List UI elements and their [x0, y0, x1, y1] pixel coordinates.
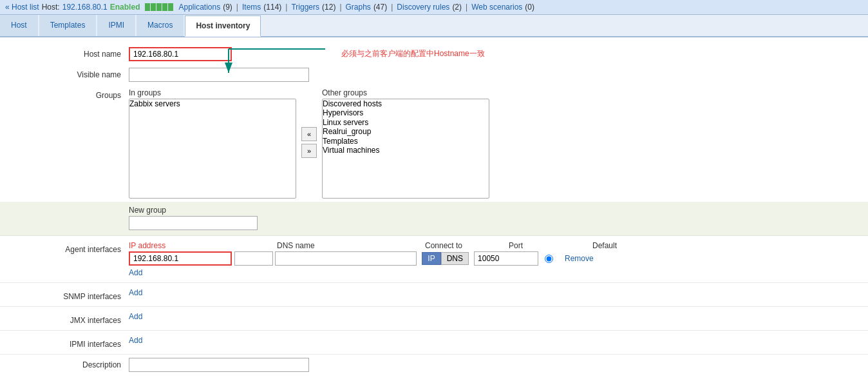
- default-column-header: Default: [592, 241, 644, 250]
- agent-interface-data-row: IP DNS Remove: [129, 251, 868, 266]
- description-field: [129, 358, 868, 372]
- in-groups-section: In groups Zabbix servers: [129, 88, 296, 199]
- group-arrow-buttons: « »: [301, 88, 317, 158]
- jmx-add-link[interactable]: Add: [129, 312, 142, 321]
- visible-name-row: Visible name: [0, 64, 868, 85]
- web-count: (0): [525, 3, 534, 12]
- ipmi-interfaces-label: IPMI interfaces: [0, 336, 129, 349]
- main-content: Host name 必须与之前客户端的配置中Hostname一致 Visible…: [0, 37, 868, 381]
- host-list-link[interactable]: « Host list: [5, 3, 39, 12]
- items-link[interactable]: Items: [242, 3, 261, 12]
- other-group-item[interactable]: Realrui_group: [323, 127, 489, 136]
- triggers-link[interactable]: Triggers: [291, 3, 319, 12]
- other-group-item[interactable]: Templates: [323, 137, 489, 146]
- jmx-interfaces-label: JMX interfaces: [0, 312, 129, 325]
- description-input[interactable]: [129, 358, 309, 372]
- agent-interfaces-label: Agent interfaces: [0, 241, 129, 254]
- connect-buttons: IP DNS: [422, 252, 469, 265]
- discovery-count: (2): [452, 3, 462, 12]
- other-groups-label: Other groups: [322, 88, 489, 97]
- in-group-item[interactable]: Zabbix servers: [129, 99, 296, 108]
- tab-macros[interactable]: Macros: [137, 15, 184, 36]
- connect-to-column-header: Connect to: [425, 241, 509, 250]
- other-group-item[interactable]: Hypervisors: [323, 108, 489, 117]
- host-name-field: 必须与之前客户端的配置中Hostname一致: [129, 47, 868, 61]
- new-group-input[interactable]: [129, 216, 258, 230]
- snmp-interfaces-section: SNMP interfaces Add: [0, 282, 868, 306]
- tab-templates[interactable]: Templates: [39, 15, 97, 36]
- tab-ipmi[interactable]: IPMI: [97, 15, 135, 36]
- interfaces-header: IP address DNS name Connect to Port Defa…: [129, 241, 868, 250]
- agent-interfaces-section: Agent interfaces IP address DNS name Con…: [0, 235, 868, 282]
- ip-address-input[interactable]: [129, 251, 232, 266]
- ip-extra-input[interactable]: [234, 251, 273, 266]
- add-agent-interface-link[interactable]: Add: [129, 268, 142, 277]
- tab-bar: Host Templates IPMI Macros Host inventor…: [0, 15, 868, 37]
- snmp-interfaces-label: SNMP interfaces: [0, 288, 129, 301]
- graphs-count: (47): [373, 3, 387, 12]
- groups-content: In groups Zabbix servers « » Other group…: [129, 88, 489, 199]
- interfaces-content: IP address DNS name Connect to Port Defa…: [129, 241, 868, 277]
- discovery-link[interactable]: Discovery rules: [397, 3, 449, 12]
- default-radio[interactable]: [545, 255, 553, 263]
- ipmi-content: Add: [129, 336, 868, 345]
- applications-count: (9): [223, 3, 232, 12]
- add-agent-interface-row: Add: [129, 268, 868, 277]
- groups-label: Groups: [0, 88, 129, 100]
- host-name-row: Host name 必须与之前客户端的配置中Hostname一致: [0, 44, 868, 64]
- host-status-indicator: [145, 3, 173, 11]
- in-groups-listbox[interactable]: Zabbix servers: [129, 99, 296, 199]
- host-name-label: Host name: [0, 47, 129, 59]
- new-group-inner: [0, 216, 868, 230]
- description-label: Description: [0, 358, 129, 369]
- visible-name-label: Visible name: [0, 68, 129, 79]
- applications-link[interactable]: Applications: [178, 3, 220, 12]
- jmx-content: Add: [129, 312, 868, 321]
- host-enabled-status: Enabled: [110, 3, 140, 12]
- tab-host[interactable]: Host: [0, 15, 38, 36]
- ip-address-column-header: IP address: [129, 241, 277, 250]
- in-groups-label: In groups: [129, 88, 296, 97]
- port-input[interactable]: [474, 251, 538, 266]
- new-group-section: New group: [0, 202, 868, 235]
- other-group-item[interactable]: Virtual machines: [323, 146, 489, 155]
- connect-ip-button[interactable]: IP: [422, 252, 440, 265]
- description-row: Description: [0, 355, 868, 375]
- groups-row: Groups In groups Zabbix servers « » Othe…: [0, 85, 868, 202]
- tab-host-inventory[interactable]: Host inventory: [185, 15, 261, 37]
- other-groups-listbox[interactable]: Discovered hosts Hypervisors Linux serve…: [322, 99, 489, 199]
- move-right-button[interactable]: »: [301, 144, 317, 158]
- annotation-arrow: [222, 44, 351, 83]
- agent-interfaces-row: Agent interfaces IP address DNS name Con…: [0, 236, 868, 282]
- description-section: Description: [0, 354, 868, 375]
- web-scenarios-link[interactable]: Web scenarios: [471, 3, 522, 12]
- connect-dns-button[interactable]: DNS: [441, 252, 469, 265]
- ipmi-interfaces-section: IPMI interfaces Add: [0, 330, 868, 354]
- dns-name-column-header: DNS name: [277, 241, 425, 250]
- snmp-add-link[interactable]: Add: [129, 288, 142, 297]
- ipmi-add-link[interactable]: Add: [129, 336, 142, 345]
- jmx-interfaces-section: JMX interfaces Add: [0, 306, 868, 330]
- other-group-item[interactable]: Discovered hosts: [323, 99, 489, 108]
- snmp-content: Add: [129, 288, 868, 297]
- graphs-link[interactable]: Graphs: [346, 3, 371, 12]
- annotation-text: 必须与之前客户端的配置中Hostname一致: [341, 48, 485, 59]
- ipmi-row: IPMI interfaces Add: [0, 331, 868, 354]
- move-left-button[interactable]: «: [301, 127, 317, 141]
- host-name-input[interactable]: [129, 47, 232, 61]
- new-group-label: New group: [0, 206, 868, 215]
- remove-link[interactable]: Remove: [565, 254, 594, 263]
- other-group-item[interactable]: Linux servers: [323, 118, 489, 127]
- triggers-count: (12): [322, 3, 335, 12]
- host-label: Host:: [42, 3, 60, 12]
- host-ip-link[interactable]: 192.168.80.1: [62, 3, 108, 12]
- snmp-row: SNMP interfaces Add: [0, 283, 868, 306]
- other-groups-section: Other groups Discovered hosts Hypervisor…: [322, 88, 489, 199]
- jmx-row: JMX interfaces Add: [0, 307, 868, 330]
- dns-name-input[interactable]: [275, 251, 417, 266]
- port-column-header: Port: [509, 241, 592, 250]
- items-count: (114): [263, 3, 281, 12]
- top-navigation-bar: « Host list Host: 192.168.80.1 Enabled A…: [0, 0, 868, 15]
